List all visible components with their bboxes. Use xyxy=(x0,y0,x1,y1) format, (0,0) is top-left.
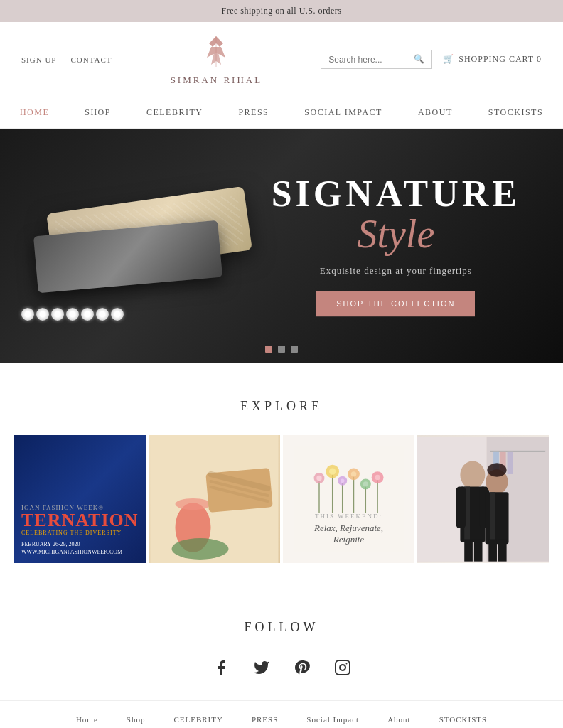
footer-nav-press[interactable]: PRESS xyxy=(252,715,278,724)
svg-rect-37 xyxy=(456,486,466,528)
nav-press[interactable]: PRESS xyxy=(238,107,269,118)
svg-point-34 xyxy=(460,461,485,488)
search-icon: 🔍 xyxy=(414,54,424,65)
fashion-week-big: TERNATION xyxy=(21,511,139,530)
twitter-icon[interactable] xyxy=(250,656,273,679)
flower-7 xyxy=(111,308,124,321)
svg-point-16 xyxy=(316,476,321,481)
hero-title-italic: Style xyxy=(272,213,520,257)
main-nav: HOME SHOP CELEBRITY PRESS SOCIAL IMPACT … xyxy=(0,97,563,129)
instagram-icon[interactable] xyxy=(331,656,354,679)
flower-5 xyxy=(81,308,94,321)
svg-point-22 xyxy=(350,471,355,476)
top-banner: Free shipping on all U.S. orders xyxy=(0,0,563,22)
header: SIGN UP CONTACT SIMRAN RIHAL 🔍 🛒 SHOPPIN… xyxy=(0,22,563,97)
social-icons xyxy=(14,656,549,679)
cart-button[interactable]: 🛒 SHOPPING CART 0 xyxy=(443,54,542,65)
footer-nav-celebrity[interactable]: CELEBRITY xyxy=(173,715,223,724)
svg-rect-30 xyxy=(490,451,545,452)
this-weekend-label: THIS WEEKEND: xyxy=(315,513,382,520)
slider-dots xyxy=(265,346,298,353)
logo-icon xyxy=(198,33,234,72)
flower-illustration xyxy=(303,453,395,513)
svg-point-42 xyxy=(487,463,506,476)
svg-rect-47 xyxy=(336,660,350,675)
footer-nav-home[interactable]: Home xyxy=(76,715,98,724)
footer-nav-shop[interactable]: Shop xyxy=(127,715,146,724)
flower-decoration xyxy=(21,278,163,321)
follow-section: FOLLOW xyxy=(0,584,563,700)
brand-name: SIMRAN RIHAL xyxy=(171,75,263,86)
footer-nav-stockists[interactable]: STOCKISTS xyxy=(439,715,487,724)
explore-item-food[interactable] xyxy=(149,435,280,563)
explore-item-relax[interactable]: THIS WEEKEND: Relax, Rejuvenate, Reignit… xyxy=(283,435,414,563)
banner-text: Free shipping on all U.S. orders xyxy=(222,6,342,16)
food-image xyxy=(149,435,280,563)
sign-up-link[interactable]: SIGN UP xyxy=(21,55,56,64)
explore-item-fashion-week[interactable]: IGAN FASHION WEEK® TERNATION CELEBRATING… xyxy=(14,435,146,563)
svg-point-18 xyxy=(329,468,336,474)
explore-item-people[interactable] xyxy=(417,435,549,563)
svg-point-8 xyxy=(172,538,229,560)
cart-icon: 🛒 xyxy=(443,54,454,65)
flower-6 xyxy=(96,308,109,321)
relax-title: Relax, Rejuvenate, Reignite xyxy=(301,523,397,545)
flower-1 xyxy=(21,308,34,321)
svg-point-24 xyxy=(363,481,368,486)
hero-section: SIGNATURE Style Exquisite design at your… xyxy=(0,129,563,363)
dot-2[interactable] xyxy=(278,346,285,353)
svg-rect-40 xyxy=(485,492,508,544)
clutch-pattern xyxy=(149,435,280,563)
contact-link[interactable]: CONTACT xyxy=(70,55,112,64)
flower-2 xyxy=(36,308,49,321)
nav-social-impact[interactable]: SOCIAL IMPACT xyxy=(304,107,382,118)
footer-nav: Home Shop CELEBRITY PRESS Social Impact … xyxy=(0,700,563,728)
dot-3[interactable] xyxy=(291,346,298,353)
nav-home[interactable]: HOME xyxy=(20,107,49,118)
nav-stockists[interactable]: STOCKISTS xyxy=(488,107,543,118)
flower-4 xyxy=(66,308,79,321)
fashion-week-date: FEBRUARY 26-29, 2020WWW.MICHIGANFASHIONW… xyxy=(21,540,139,556)
search-box[interactable]: 🔍 xyxy=(321,50,432,69)
logo[interactable]: SIMRAN RIHAL xyxy=(171,33,263,86)
footer-nav-about[interactable]: About xyxy=(387,715,411,724)
people-image xyxy=(417,435,549,563)
fashion-week-sub: CELEBRATING THE DIVERSITY xyxy=(21,530,139,536)
pinterest-icon[interactable] xyxy=(291,656,313,679)
flower-3 xyxy=(51,308,64,321)
nav-about[interactable]: ABOUT xyxy=(418,107,453,118)
svg-rect-44 xyxy=(474,539,483,561)
search-input[interactable] xyxy=(328,55,414,65)
svg-rect-41 xyxy=(490,492,495,544)
cart-label: SHOPPING CART 0 xyxy=(459,54,542,65)
footer-nav-social-impact[interactable]: Social Impact xyxy=(306,715,359,724)
dot-1[interactable] xyxy=(265,346,272,353)
svg-point-26 xyxy=(375,475,380,480)
svg-point-3 xyxy=(176,498,211,510)
svg-point-20 xyxy=(340,478,344,483)
svg-rect-33 xyxy=(508,452,513,474)
svg-rect-46 xyxy=(498,539,507,561)
hero-text: SIGNATURE Style Exquisite design at your… xyxy=(272,176,520,316)
hero-title-main: SIGNATURE xyxy=(272,176,520,213)
nav-shop[interactable]: SHOP xyxy=(85,107,111,118)
header-left: SIGN UP CONTACT xyxy=(21,55,112,64)
follow-title: FOLLOW xyxy=(14,620,549,635)
shop-collection-button[interactable]: SHOP THE COLLECTION xyxy=(316,291,475,316)
facebook-icon[interactable] xyxy=(210,656,232,679)
explore-grid: IGAN FASHION WEEK® TERNATION CELEBRATING… xyxy=(14,435,549,563)
header-right: 🔍 🛒 SHOPPING CART 0 xyxy=(321,50,542,69)
hero-background: SIGNATURE Style Exquisite design at your… xyxy=(0,129,563,363)
nav-celebrity[interactable]: CELEBRITY xyxy=(146,107,203,118)
svg-rect-43 xyxy=(464,539,473,561)
hero-product xyxy=(21,157,291,342)
svg-rect-45 xyxy=(488,539,497,561)
hero-subtitle: Exquisite design at your fingertips xyxy=(272,265,520,277)
explore-section: EXPLORE IGAN FASHION WEEK® TERNATION CEL… xyxy=(0,363,563,584)
explore-title: EXPLORE xyxy=(14,399,549,414)
